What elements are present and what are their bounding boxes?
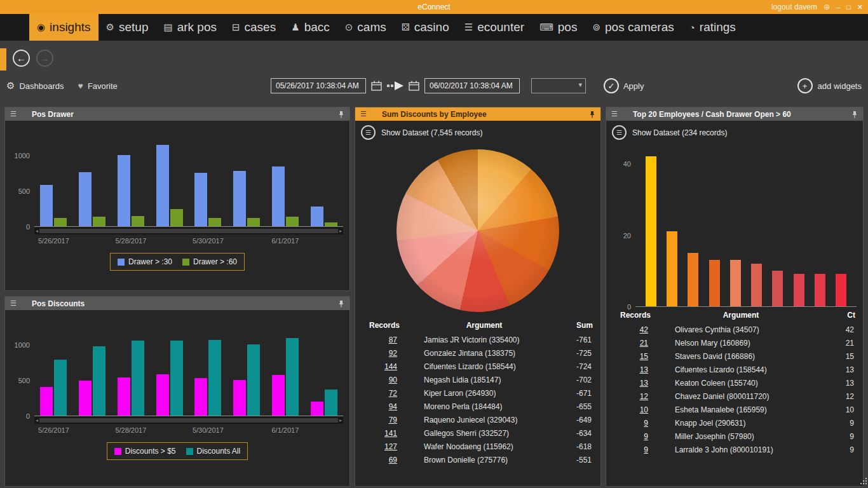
records-link[interactable]: 69 — [389, 456, 397, 464]
calendar-to-icon[interactable] — [409, 81, 419, 91]
pin-icon[interactable] — [589, 111, 595, 118]
bar[interactable] — [233, 171, 246, 226]
bar[interactable] — [794, 274, 804, 306]
show-dataset-button[interactable]: ☰ Show Dataset (7,545 records) — [355, 121, 600, 142]
records-link[interactable]: 21 — [640, 339, 648, 348]
bar[interactable] — [194, 173, 207, 226]
bar[interactable] — [79, 381, 92, 416]
bar[interactable] — [286, 338, 299, 416]
bar[interactable] — [272, 166, 285, 226]
bar[interactable] — [751, 264, 762, 306]
chart-scrollbar[interactable]: ◂ ▸ — [34, 227, 343, 234]
maximize-button[interactable]: □ — [846, 3, 851, 11]
pin-icon[interactable] — [338, 111, 344, 118]
records-link[interactable]: 9 — [644, 419, 648, 428]
bar[interactable] — [40, 387, 53, 416]
records-link[interactable]: 90 — [389, 376, 397, 384]
logout-link[interactable]: logout davem — [771, 3, 817, 11]
scroll-right-icon[interactable]: ▸ — [338, 228, 343, 234]
bar[interactable] — [208, 340, 221, 416]
records-link[interactable]: 141 — [384, 429, 397, 438]
apply-button[interactable]: ✓ Apply — [604, 78, 644, 93]
bar[interactable] — [325, 222, 337, 226]
scroll-right-icon[interactable]: ▸ — [338, 417, 343, 423]
column-header[interactable]: Argument — [665, 308, 817, 323]
bar[interactable] — [646, 156, 656, 306]
records-link[interactable]: 79 — [389, 416, 397, 424]
nav-tab-cams[interactable]: ⊙cams — [337, 14, 394, 41]
nav-tab-ecounter[interactable]: ☰ecounter — [457, 14, 532, 41]
nav-tab-insights[interactable]: ◉insights — [29, 14, 98, 41]
nav-tab-cases[interactable]: ⊟cases — [224, 14, 283, 41]
nav-tab-bacc[interactable]: ♟bacc — [283, 14, 337, 41]
bar[interactable] — [194, 378, 207, 416]
column-header[interactable]: Records — [606, 308, 665, 323]
pos-drawer-header[interactable]: ☰ Pos Drawer — [5, 107, 349, 121]
records-link[interactable]: 9 — [644, 432, 648, 441]
bar[interactable] — [247, 218, 260, 226]
records-link[interactable]: 42 — [640, 325, 648, 334]
dashboards-menu[interactable]: ⚙ Dashboards — [6, 80, 64, 92]
sum-discounts-header[interactable]: ☰ Sum Discounts by Employee — [355, 107, 600, 121]
records-link[interactable]: 15 — [640, 352, 648, 361]
resize-grip-icon[interactable] — [860, 476, 867, 487]
records-link[interactable]: 144 — [384, 362, 397, 371]
bar[interactable] — [54, 218, 67, 226]
pos-discounts-header[interactable]: ☰ Pos Discounts — [5, 297, 349, 310]
bar[interactable] — [688, 253, 698, 306]
bar[interactable] — [709, 260, 720, 306]
bar[interactable] — [79, 172, 92, 226]
scrollbar-thumb[interactable] — [39, 229, 338, 233]
bar[interactable] — [93, 346, 105, 416]
records-link[interactable]: 87 — [389, 336, 397, 344]
records-link[interactable]: 72 — [389, 389, 397, 398]
bar[interactable] — [132, 216, 144, 226]
bar[interactable] — [54, 360, 67, 416]
bar[interactable] — [667, 231, 677, 306]
forward-button[interactable]: → — [36, 50, 53, 67]
bar[interactable] — [311, 207, 323, 226]
discounts-pie-chart[interactable] — [397, 149, 559, 312]
scroll-left-icon[interactable]: ◂ — [34, 228, 39, 234]
bar[interactable] — [118, 155, 130, 226]
bar[interactable] — [170, 209, 183, 226]
nav-tab-pos[interactable]: ⌨pos — [532, 14, 585, 41]
records-link[interactable]: 9 — [644, 445, 648, 454]
date-from-input[interactable] — [271, 78, 366, 93]
bar[interactable] — [286, 217, 299, 226]
panel-menu-icon[interactable]: ☰ — [611, 110, 618, 118]
records-link[interactable]: 127 — [384, 442, 397, 451]
panel-menu-icon[interactable]: ☰ — [360, 110, 367, 118]
top20-header[interactable]: ☰ Top 20 Employees / Cash Drawer Open > … — [606, 107, 863, 121]
records-link[interactable]: 94 — [389, 402, 397, 411]
column-header[interactable]: Argument — [414, 318, 555, 333]
date-to-input[interactable] — [424, 78, 520, 93]
chart-scrollbar[interactable]: ◂ ▸ — [34, 417, 343, 424]
close-button[interactable]: ✕ — [857, 3, 863, 11]
bar[interactable] — [311, 402, 323, 416]
bar[interactable] — [208, 218, 221, 226]
network-icon[interactable]: ⊕ — [824, 3, 830, 11]
records-link[interactable]: 13 — [640, 379, 648, 388]
bar[interactable] — [272, 375, 285, 416]
scroll-left-icon[interactable]: ◂ — [34, 417, 39, 423]
panel-menu-icon[interactable]: ☰ — [10, 110, 17, 118]
pin-icon[interactable] — [338, 300, 344, 308]
minimize-button[interactable]: – — [836, 3, 840, 11]
interval-select[interactable]: ▾ — [531, 78, 586, 93]
records-link[interactable]: 10 — [640, 405, 648, 414]
bar[interactable] — [772, 271, 783, 306]
add-widgets-button[interactable]: + add widgets — [797, 78, 862, 93]
show-dataset-button[interactable]: ☰ Show Dataset (234 records) — [606, 121, 863, 142]
records-link[interactable]: 13 — [640, 365, 648, 374]
bar[interactable] — [233, 380, 246, 416]
column-header[interactable]: Ct — [817, 308, 863, 323]
favorite-button[interactable]: ♥ Favorite — [78, 81, 118, 91]
records-link[interactable]: 12 — [640, 392, 648, 401]
bar[interactable] — [118, 377, 130, 416]
bar[interactable] — [170, 341, 183, 416]
bar[interactable] — [93, 217, 105, 226]
bar[interactable] — [730, 260, 741, 306]
bar[interactable] — [156, 374, 169, 416]
bar[interactable] — [40, 185, 53, 226]
